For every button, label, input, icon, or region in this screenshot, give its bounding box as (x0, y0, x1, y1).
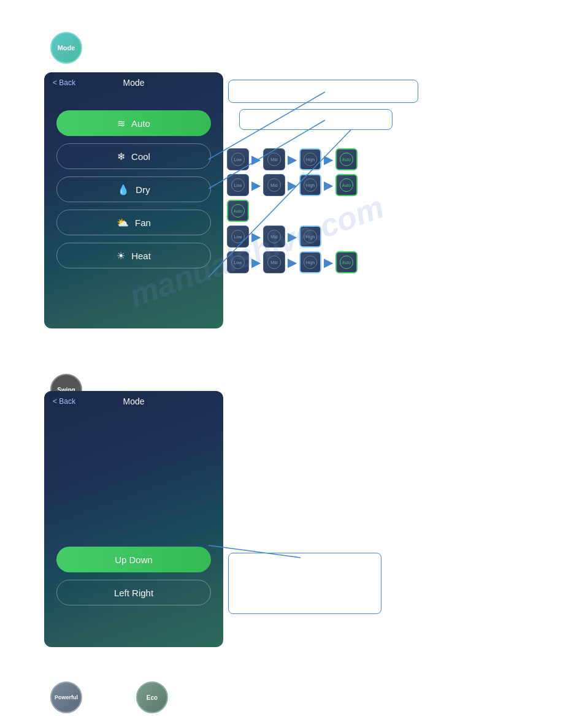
arrow-icon: ▶ (324, 179, 333, 191)
fan-speed-inner: High (304, 153, 317, 166)
arrow-icon: ▶ (288, 256, 297, 268)
fan-cell-high: High (299, 251, 321, 273)
fan-speed-inner: High (304, 256, 317, 269)
auto-icon: ≋ (117, 118, 125, 129)
fan-cell: Mid (263, 174, 285, 196)
back-button[interactable]: < Back (53, 78, 75, 87)
mode-btn-dry[interactable]: 💧 Dry (56, 176, 211, 202)
fan-label: Fan (135, 218, 151, 228)
fan-cell: Low (227, 174, 249, 196)
phone-header: < Back Mode (44, 72, 223, 93)
fan-speed-inner: Mid (267, 256, 281, 269)
back-button-2[interactable]: < Back (53, 397, 75, 406)
mode-buttons-list: ≋ Auto ❄ Cool 💧 Dry ⛅ Fan ☀ Heat (44, 93, 223, 268)
screen-title-2: Mode (123, 396, 144, 406)
fan-speed-inner: Mid (267, 230, 281, 243)
updown-label: Up Down (115, 555, 153, 565)
swing-btn-leftright[interactable]: Left Right (56, 580, 211, 605)
fan-cell: Low (227, 148, 249, 170)
auto-label: Auto (131, 118, 150, 129)
heat-icon: ☀ (117, 250, 125, 262)
phone-screen-mode: < Back Mode ≋ Auto ❄ Cool 💧 Dry ⛅ Fan ☀ … (44, 72, 223, 328)
arrow-icon: ▶ (324, 256, 333, 268)
fan-cell-auto: Auto (335, 251, 358, 273)
heat-label: Heat (131, 251, 151, 261)
fan-cell: Mid (263, 148, 285, 170)
fan-cell-auto: Auto (335, 148, 358, 170)
fan-speed-inner: Auto (340, 178, 353, 192)
fan-icon: ⛅ (117, 217, 129, 229)
mode-btn-heat[interactable]: ☀ Heat (56, 243, 211, 268)
fan-speed-inner: Auto (340, 256, 353, 269)
dry-label: Dry (136, 184, 150, 195)
callout-box-3 (228, 553, 381, 614)
fan-speed-inner: Low (231, 230, 245, 243)
phone-screen-swing: < Back Mode Up Down Left Right (44, 391, 223, 647)
fan-speed-inner: High (304, 230, 317, 243)
powerful-badge: Powerful (50, 681, 82, 713)
fan-speed-inner: Mid (267, 178, 281, 192)
fan-speed-inner: Low (231, 256, 245, 269)
arrow-icon: ▶ (251, 230, 261, 243)
fan-cell: Low (227, 251, 249, 273)
cool-icon: ❄ (117, 151, 125, 162)
callout-box-1 (228, 80, 418, 103)
fan-cell: Mid (263, 226, 285, 248)
fan-cell: Low (227, 226, 249, 248)
fan-speed-inner: Mid (267, 153, 281, 166)
fan-cell: Mid (263, 251, 285, 273)
arrow-icon: ▶ (251, 256, 261, 268)
mode-btn-auto[interactable]: ≋ Auto (56, 110, 211, 136)
screen-title: Mode (123, 78, 144, 88)
eco-badge: Eco (136, 681, 168, 713)
arrow-icon: ▶ (251, 153, 261, 165)
mode-badge: Mode (50, 32, 82, 64)
mode-btn-fan[interactable]: ⛅ Fan (56, 210, 211, 235)
arrow-icon: ▶ (288, 153, 297, 165)
arrow-icon: ▶ (288, 230, 297, 243)
leftright-label: Left Right (114, 588, 153, 598)
fan-row-dry: Auto (227, 200, 358, 222)
phone-header-2: < Back Mode (44, 391, 223, 412)
arrow-icon: ▶ (324, 153, 333, 165)
callout-box-2 (239, 109, 393, 130)
mode-btn-cool[interactable]: ❄ Cool (56, 143, 211, 169)
fan-speed-inner: Auto (340, 153, 353, 166)
fan-cell-high: High (299, 226, 321, 248)
fan-speed-diagram: Low ▶ Mid ▶ High ▶ Auto Low ▶ Mid ▶ High… (227, 148, 358, 277)
arrow-icon: ▶ (251, 179, 261, 191)
fan-row-heat: Low ▶ Mid ▶ High ▶ Auto (227, 251, 358, 273)
arrow-icon: ▶ (288, 179, 297, 191)
fan-row-auto: Low ▶ Mid ▶ High ▶ Auto (227, 148, 358, 170)
fan-speed-inner: High (304, 178, 317, 192)
fan-cell-auto: Auto (335, 174, 358, 196)
fan-row-fan: Low ▶ Mid ▶ High (227, 226, 358, 248)
fan-cell-high: High (299, 174, 321, 196)
fan-row-cool: Low ▶ Mid ▶ High ▶ Auto (227, 174, 358, 196)
swing-buttons-list: Up Down Left Right (44, 412, 223, 605)
fan-speed-inner: Low (231, 178, 245, 192)
swing-btn-updown[interactable]: Up Down (56, 547, 211, 572)
fan-speed-inner: Auto (231, 204, 245, 218)
fan-speed-inner: Low (231, 153, 245, 166)
cool-label: Cool (131, 151, 150, 162)
fan-cell-auto-dry: Auto (227, 200, 249, 222)
dry-icon: 💧 (117, 184, 129, 195)
fan-cell-high: High (299, 148, 321, 170)
